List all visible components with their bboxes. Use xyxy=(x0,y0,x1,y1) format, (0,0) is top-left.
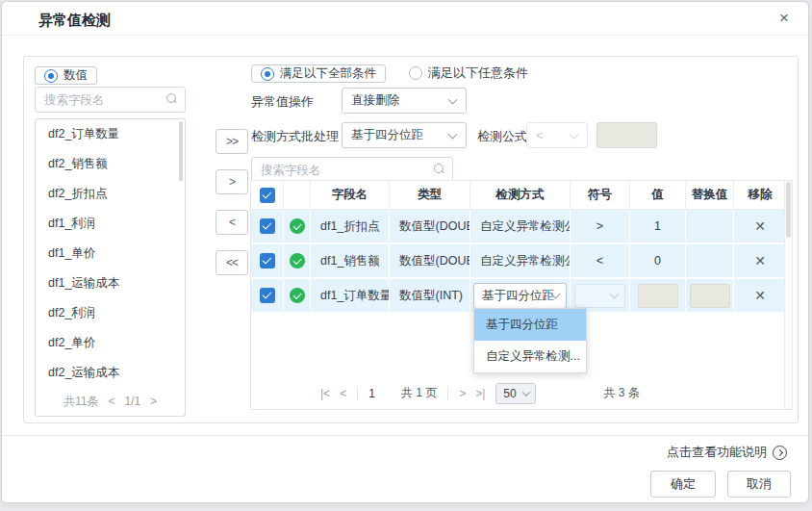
page-size-value: 50 xyxy=(503,387,516,400)
cancel-button[interactable]: 取消 xyxy=(727,471,791,498)
symbol-select-disabled xyxy=(574,284,624,308)
row-symbol: > xyxy=(571,210,630,243)
col-value: 值 xyxy=(630,181,686,209)
list-item[interactable]: df2_销售额 xyxy=(36,149,185,179)
list-prev-button[interactable]: < xyxy=(108,395,114,408)
status-column-header xyxy=(284,181,311,209)
move-all-right-button[interactable]: >> xyxy=(216,129,248,154)
row-checkbox[interactable] xyxy=(260,218,275,234)
batch-method-select[interactable]: 基于四分位距 xyxy=(342,122,467,148)
circle-arrow-right-icon xyxy=(773,446,787,460)
row-checkbox[interactable] xyxy=(260,253,275,268)
prev-page-button[interactable]: < xyxy=(340,387,346,400)
list-item[interactable]: df2_运输成本 xyxy=(36,358,185,388)
radio-dot-icon xyxy=(261,67,274,81)
field-search-box xyxy=(35,87,186,113)
divider xyxy=(447,387,448,400)
formula-symbol-value: < xyxy=(536,129,543,142)
select-all-checkbox[interactable] xyxy=(260,188,275,203)
chevron-down-icon xyxy=(570,129,579,139)
method-select[interactable]: 基于四分位距 xyxy=(473,283,567,309)
col-field: 字段名 xyxy=(311,181,390,209)
operation-select[interactable]: 直接删除 xyxy=(342,88,467,114)
table-row: df1_销售额 数值型(DOUBL 自定义异常检测公式 < 0 ✕ xyxy=(251,244,792,277)
divider xyxy=(357,387,358,400)
replace-input-disabled xyxy=(690,284,730,308)
list-item[interactable]: df1_运输成本 xyxy=(36,268,185,298)
current-page: 1 xyxy=(368,387,375,400)
col-symbol: 符号 xyxy=(571,181,630,209)
status-ok-icon xyxy=(290,218,305,234)
status-ok-icon xyxy=(290,288,305,303)
row-method: 自定义异常检测公式 xyxy=(470,244,571,277)
remove-row-icon[interactable]: ✕ xyxy=(754,218,766,234)
total-rows: 共 3 条 xyxy=(603,385,639,401)
list-total: 共11条 xyxy=(63,395,98,408)
formula-label: 检测公式 xyxy=(477,128,527,145)
dialog-header: 异常值检测 × xyxy=(2,2,808,36)
detection-table: 字段名 类型 检测方式 符号 值 替换值 移除 df1_折扣点 数值型(DOUB… xyxy=(250,180,793,410)
dropdown-option-custom[interactable]: 自定义异常检测... xyxy=(474,341,586,372)
status-ok-icon xyxy=(290,253,305,268)
batch-method-label: 检测方式批处理 xyxy=(251,128,339,145)
last-page-button[interactable]: >| xyxy=(475,387,485,400)
table-row: df1_折扣点 数值型(DOUBL 自定义异常检测公式 > 1 ✕ xyxy=(251,210,792,243)
list-item[interactable]: df2_折扣点 xyxy=(36,179,185,209)
first-page-button[interactable]: |< xyxy=(320,387,330,400)
row-symbol: < xyxy=(571,244,630,277)
table-search-box xyxy=(251,157,453,183)
row-value: 0 xyxy=(630,244,686,277)
field-search-input[interactable] xyxy=(36,88,185,112)
move-left-button[interactable]: < xyxy=(216,210,248,235)
list-item[interactable]: df2_订单数量 xyxy=(36,119,185,149)
move-all-left-button[interactable]: << xyxy=(216,250,248,275)
radio-numeric-label: 数值 xyxy=(63,67,88,84)
list-item[interactable]: df1_单价 xyxy=(36,239,185,268)
next-page-button[interactable]: > xyxy=(459,387,466,400)
operation-value: 直接删除 xyxy=(351,92,399,109)
row-value: 1 xyxy=(630,210,686,243)
search-icon xyxy=(434,164,444,173)
radio-match-all-label: 满足以下全部条件 xyxy=(280,65,376,82)
radio-dot-icon xyxy=(409,66,422,80)
search-icon xyxy=(166,93,176,103)
list-scrollbar[interactable] xyxy=(179,121,183,181)
ok-button[interactable]: 确定 xyxy=(650,471,716,498)
row-type: 数值型(INT) xyxy=(390,279,470,312)
close-icon[interactable]: × xyxy=(779,9,789,28)
row-field: df1_折扣点 xyxy=(311,210,390,243)
radio-match-any[interactable]: 满足以下任意条件 xyxy=(409,64,528,82)
table-scrollbar[interactable] xyxy=(784,181,792,409)
chevron-down-icon xyxy=(448,94,458,104)
list-item[interactable]: df2_单价 xyxy=(36,328,185,358)
col-type: 类型 xyxy=(390,181,470,209)
col-replace: 替换值 xyxy=(686,181,734,209)
list-pagination: 共11条<1/1> xyxy=(36,394,185,410)
help-link[interactable]: 点击查看功能说明 xyxy=(667,444,787,461)
row-type: 数值型(DOUBL xyxy=(390,244,470,277)
table-scrollbar-thumb[interactable] xyxy=(786,182,791,238)
page-size-select[interactable]: 50 xyxy=(495,383,536,404)
dropdown-option-quartile[interactable]: 基于四分位距 xyxy=(474,309,586,341)
move-right-button[interactable]: > xyxy=(216,169,248,194)
help-link-label: 点击查看功能说明 xyxy=(667,444,767,461)
list-item[interactable]: df2_利润 xyxy=(36,298,185,328)
list-item[interactable]: df1_利润 xyxy=(36,209,185,239)
method-dropdown-menu: 基于四分位距 自定义异常检测... xyxy=(473,308,587,373)
row-type: 数值型(DOUBL xyxy=(390,210,470,243)
row-checkbox[interactable] xyxy=(260,288,275,303)
value-input-disabled xyxy=(638,284,678,308)
radio-numeric[interactable]: 数值 xyxy=(35,66,97,85)
row-replace xyxy=(686,210,734,243)
table-search-input[interactable] xyxy=(252,158,452,182)
row-field: df1_订单数量 xyxy=(311,279,390,312)
row-method: 自定义异常检测公式 xyxy=(470,210,571,243)
col-method: 检测方式 xyxy=(470,181,571,209)
radio-match-all[interactable]: 满足以下全部条件 xyxy=(251,64,386,83)
dialog-title: 异常值检测 xyxy=(38,12,111,30)
list-next-button[interactable]: > xyxy=(150,395,157,408)
list-page-indicator: 1/1 xyxy=(124,395,140,408)
radio-match-any-label: 满足以下任意条件 xyxy=(428,64,528,82)
remove-row-icon[interactable]: ✕ xyxy=(754,253,766,268)
remove-row-icon[interactable]: ✕ xyxy=(754,288,766,303)
